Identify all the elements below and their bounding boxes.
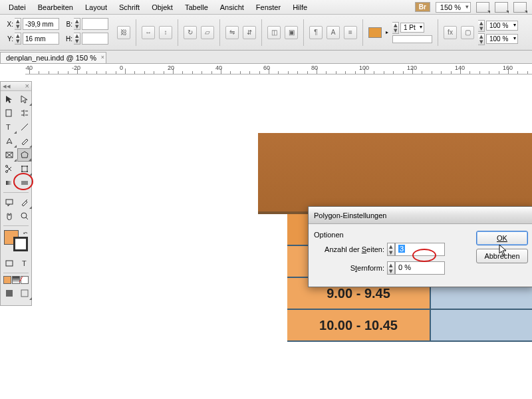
selection-tool-icon[interactable] — [2, 92, 17, 106]
drop-shadow-icon[interactable]: ▢ — [461, 26, 474, 39]
svg-rect-9 — [22, 166, 27, 172]
apply-none-icon[interactable]: ⁄ — [21, 276, 29, 284]
menu-datei[interactable]: Datei — [3, 1, 32, 13]
ok-button[interactable]: OK — [476, 231, 528, 245]
scale-y-icon[interactable]: ↕ — [159, 26, 172, 39]
x-field[interactable]: -39,9 mm — [23, 18, 59, 30]
scissors-tool-icon[interactable] — [2, 162, 17, 176]
fill-stroke-control[interactable]: ⤺ — [3, 229, 29, 253]
horizontal-ruler[interactable]: -40-20020406080100120140160 — [25, 64, 532, 74]
select-container-icon[interactable]: ◫ — [267, 26, 281, 39]
stroke-weight-spinner[interactable]: ▴▾ — [392, 22, 399, 34]
y-field[interactable]: 16 mm — [23, 33, 59, 45]
paragraph-icon[interactable]: ¶ — [309, 26, 323, 39]
rectangle-frame-tool-icon[interactable] — [2, 148, 17, 162]
preview-mode-icon[interactable] — [17, 287, 32, 300]
normal-view-icon[interactable] — [2, 287, 17, 300]
fill-arrow-icon[interactable]: ▸ — [386, 29, 388, 35]
menu-objekt[interactable]: Objekt — [146, 1, 179, 13]
star-spinner[interactable]: ▴▾ — [387, 261, 395, 275]
svg-rect-21 — [6, 290, 13, 297]
constrain-icon[interactable]: ⛓ — [117, 26, 130, 39]
doc-tab-label: denplan_neu.indd @ 150 % — [6, 54, 96, 62]
menu-right-controls: Br 150 % — [415, 2, 529, 13]
note-tool-icon[interactable] — [2, 196, 17, 209]
svg-point-7 — [6, 166, 8, 168]
y-spinner[interactable]: ▴▾ — [15, 33, 21, 45]
direct-selection-tool-icon[interactable] — [17, 92, 32, 106]
gap-tool-icon[interactable] — [17, 106, 32, 120]
svg-point-10 — [21, 166, 23, 167]
stroke-style-combo[interactable] — [392, 35, 432, 43]
apply-color-icon[interactable] — [3, 276, 11, 284]
formatting-text-icon[interactable]: T — [17, 257, 32, 270]
table-row: 10.00 - 10.45 — [287, 310, 532, 342]
text-wrap-icon[interactable]: ≡ — [344, 26, 357, 39]
scale-x-icon[interactable]: ↔ — [142, 26, 155, 39]
shear-icon[interactable]: ▱ — [201, 26, 214, 39]
svg-line-2 — [21, 124, 28, 130]
opacity1-spinner[interactable]: ▴▾ — [478, 20, 485, 32]
stroke-color-icon[interactable] — [13, 237, 28, 251]
b-field[interactable] — [82, 18, 108, 30]
star-field[interactable]: 0 % — [395, 261, 445, 275]
sides-label: Anzahl der Seiten: — [314, 245, 387, 253]
formatting-container-icon[interactable] — [2, 257, 17, 270]
menu-hilfe[interactable]: Hilfe — [287, 1, 313, 13]
type-tool-icon[interactable]: T — [2, 120, 17, 134]
menu-schrift[interactable]: Schrift — [113, 1, 146, 13]
pencil-tool-icon[interactable] — [17, 134, 32, 148]
opacity2-spinner[interactable]: ▴▾ — [478, 33, 485, 45]
sides-spinner[interactable]: ▴▾ — [387, 243, 395, 256]
arrange-docs-icon[interactable] — [513, 2, 527, 13]
menu-ansicht[interactable]: Ansicht — [214, 1, 250, 13]
tool-panel-header[interactable]: ◂◂× — [1, 82, 31, 91]
polygon-settings-dialog: Polygon-Einstellungen Optionen Anzahl de… — [308, 206, 532, 287]
x-spinner[interactable]: ▴▾ — [15, 18, 21, 30]
dialog-title-bar[interactable]: Polygon-Einstellungen — [309, 207, 532, 224]
menu-bearbeiten[interactable]: Bearbeiten — [32, 1, 79, 13]
hand-tool-icon[interactable] — [2, 209, 17, 223]
flip-v-icon[interactable]: ⇵ — [243, 26, 256, 39]
zoom-tool-icon[interactable] — [17, 209, 32, 223]
bridge-button[interactable]: Br — [415, 2, 430, 12]
h-field[interactable] — [82, 33, 108, 45]
opacity1-combo[interactable]: 100 % — [486, 21, 518, 31]
zoom-level-combo[interactable]: 150 % — [436, 2, 471, 13]
svg-line-18 — [26, 217, 28, 219]
stroke-weight-combo[interactable]: 1 Pt — [400, 23, 424, 33]
brown-header-bar — [258, 133, 532, 214]
b-spinner[interactable]: ▴▾ — [74, 18, 80, 30]
doc-tab[interactable]: denplan_neu.indd @ 150 % × — [0, 52, 106, 63]
rotate-icon[interactable]: ↻ — [184, 26, 197, 39]
eyedropper-tool-icon[interactable] — [17, 196, 32, 209]
page-tool-icon[interactable] — [2, 106, 17, 120]
pen-tool-icon[interactable] — [2, 134, 17, 148]
effects-icon[interactable]: fx — [444, 26, 457, 39]
collapse-icon[interactable]: ◂◂ — [3, 82, 11, 90]
table-cell: 10.00 - 10.45 — [287, 310, 431, 340]
character-icon[interactable]: A — [327, 26, 340, 39]
fill-swatch[interactable] — [368, 27, 382, 38]
line-tool-icon[interactable] — [17, 120, 32, 134]
view-options-icon[interactable] — [476, 2, 489, 13]
close-panel-icon[interactable]: × — [25, 82, 29, 90]
svg-point-13 — [27, 171, 28, 172]
svg-rect-22 — [21, 290, 28, 297]
polygon-tool-icon[interactable] — [17, 148, 32, 162]
close-tab-icon[interactable]: × — [101, 54, 104, 61]
select-content-icon[interactable]: ▣ — [285, 26, 298, 39]
flip-h-icon[interactable]: ⇋ — [225, 26, 239, 39]
menu-tabelle[interactable]: Tabelle — [179, 1, 214, 13]
svg-marker-6 — [21, 152, 28, 158]
cancel-button[interactable]: Abbrechen — [476, 249, 528, 263]
menu-fenster[interactable]: Fenster — [250, 1, 287, 13]
apply-gradient-icon[interactable] — [12, 276, 20, 284]
swap-fill-stroke-icon[interactable]: ⤺ — [23, 230, 28, 236]
svg-rect-19 — [6, 261, 13, 266]
options-group-label: Optionen — [314, 231, 471, 239]
menu-layout[interactable]: Layout — [79, 1, 113, 13]
opacity2-combo[interactable]: 100 % — [486, 34, 518, 44]
h-spinner[interactable]: ▴▾ — [74, 33, 80, 45]
screen-mode-icon[interactable] — [495, 2, 508, 13]
